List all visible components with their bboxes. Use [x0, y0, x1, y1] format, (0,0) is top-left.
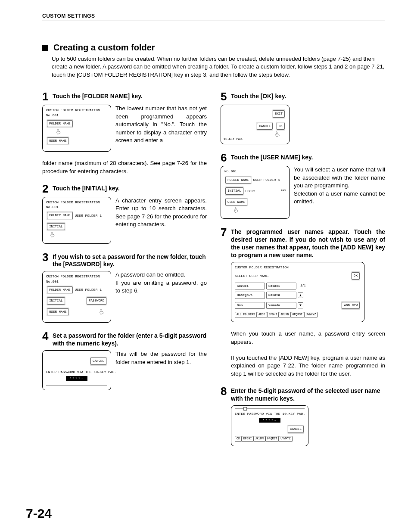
- tab[interactable]: ALL FOLDERS: [235, 312, 257, 317]
- ok-button[interactable]: OK: [277, 123, 285, 130]
- cancel-button[interactable]: CANCEL: [90, 358, 106, 365]
- step-heading: Touch the [USER NAME] key.: [231, 152, 313, 162]
- fig-title: CUSTOM FOLDER REGISTRATION: [46, 108, 107, 112]
- figure-step-1: CUSTOM FOLDER REGISTRATION No.001 FOLDER…: [42, 105, 111, 152]
- folder-name-button[interactable]: FOLDER NAME: [47, 212, 73, 219]
- password-truncated: PAS: [281, 189, 286, 193]
- step-2-text: A character entry screen appears. Enter …: [115, 197, 207, 244]
- alpha-tabs: ALL FOLDERS ABCD EFGHI JKLMN OPQRST UVWX…: [235, 312, 361, 317]
- tab[interactable]: JKLMN: [253, 436, 265, 442]
- user-item[interactable]: Sasaki: [266, 283, 296, 290]
- user-name-button[interactable]: USER NAME: [225, 199, 247, 206]
- step-6-text: You will select a user name that will be…: [294, 166, 385, 219]
- section-title: Creating a custom folder: [53, 43, 155, 53]
- section-title-row: Creating a custom folder: [42, 43, 385, 53]
- step-5-body: EXIT CANCEL OK ☝ 10-KEY PAD.: [221, 105, 385, 144]
- page-number: 7-24: [26, 506, 52, 521]
- user-name-button[interactable]: USER NAME: [47, 137, 69, 145]
- step-number: 5: [221, 91, 228, 102]
- square-bullet-icon: [42, 45, 48, 51]
- step-heading: Touch the [OK] key.: [231, 91, 286, 100]
- hand-pointer-icon: ☝: [275, 133, 280, 138]
- user-item[interactable]: Ono: [235, 302, 265, 309]
- tab[interactable]: ABCD: [257, 312, 267, 317]
- step-heading: The programmed user names appear. Touch …: [231, 227, 385, 259]
- tab[interactable]: CD: [235, 436, 242, 442]
- step-8-body: ENTER PASSWORD VIA THE 10-KEY PAD. ****-…: [221, 405, 385, 446]
- step-5-header: 5 Touch the [OK] key.: [221, 91, 385, 102]
- fig-title: CUSTOM FOLDER REGISTRATION: [46, 200, 107, 205]
- step-2-header: 2 Touch the [INITIAL] key.: [42, 183, 207, 194]
- alpha-tabs: CD EFGHI JKLMN OPQRST UVWXYZ: [235, 436, 305, 442]
- user-item[interactable]: Hasegawa: [235, 292, 265, 299]
- password-button[interactable]: PASSWORD: [87, 297, 106, 305]
- figure-step-7: CUSTOM FOLDER REGISTRATION SELECT USER N…: [231, 262, 364, 322]
- left-column: 1 Touch the [FOLDER NAME] key. CUSTOM FO…: [42, 91, 207, 454]
- hand-pointer-icon: ☝: [99, 310, 105, 315]
- cancel-button[interactable]: CANCEL: [257, 123, 273, 130]
- figure-step-2: CUSTOM FOLDER REGISTRATION No.001 FOLDER…: [42, 197, 111, 244]
- fig-subtitle: SELECT USER NAME.: [235, 274, 270, 278]
- exit-button[interactable]: EXIT: [273, 110, 285, 118]
- scroll-up-icon[interactable]: ▲: [298, 292, 303, 298]
- figure-step-6: No.001 FOLDER NAMEUSER FOLDER 1 INITIALU…: [221, 166, 290, 219]
- fig-no: No.001: [224, 169, 286, 174]
- section-intro: Up to 500 custom folders can be created.…: [52, 55, 385, 79]
- user-item[interactable]: Yamada: [266, 302, 296, 309]
- keypad-label: 10-KEY PAD.: [224, 137, 243, 142]
- figure-step-4: CANCEL ENTER PASSWORD VIA THE 10-KEY PAD…: [42, 350, 111, 390]
- page-header: CUSTOM SETTINGS: [42, 13, 385, 21]
- initial-button[interactable]: INITIAL: [47, 297, 65, 305]
- initial-button[interactable]: INITIAL: [225, 187, 243, 195]
- folder-name-button[interactable]: FOLDER NAME: [47, 120, 73, 128]
- folder-name-button[interactable]: FOLDER NAME: [47, 286, 73, 294]
- step-4-body: CANCEL ENTER PASSWORD VIA THE 10-KEY PAD…: [42, 350, 207, 390]
- tab[interactable]: UVWXYZ: [304, 312, 318, 317]
- tab[interactable]: JKLMN: [279, 312, 291, 317]
- step-1-cont: folder name (maximum of 28 characters). …: [42, 159, 207, 175]
- step-number: 6: [221, 152, 228, 163]
- tab[interactable]: UVWXYZ: [279, 436, 292, 442]
- tab[interactable]: OPQRST: [291, 312, 304, 317]
- fig-title: CUSTOM FOLDER REGISTRATION: [46, 274, 107, 279]
- step-6-body: No.001 FOLDER NAMEUSER FOLDER 1 INITIALU…: [221, 166, 385, 219]
- step-number: 4: [42, 330, 50, 342]
- scroll-down-icon[interactable]: ▼: [298, 302, 303, 308]
- step-heading: If you wish to set a password for the ne…: [53, 252, 207, 269]
- step-heading: Touch the [FOLDER NAME] key.: [53, 91, 143, 100]
- password-hint: ENTER PASSWORD VIA THE 10-KEY PAD.: [235, 411, 305, 416]
- fig-title: CUSTOM FOLDER REGISTRATION: [235, 265, 361, 270]
- initial-button[interactable]: INITIAL: [47, 223, 65, 230]
- step-number: 1: [42, 91, 50, 102]
- step-3-body: CUSTOM FOLDER REGISTRATION No.001 FOLDER…: [42, 271, 207, 323]
- user-name-button[interactable]: USER NAME: [47, 308, 69, 316]
- initial-value: USER1: [246, 189, 256, 193]
- step-8-header: 8 Enter the 5-digit password of the sele…: [221, 386, 385, 403]
- step-4-text: This will be the password for the folder…: [115, 350, 207, 390]
- step-heading: Set a password for the folder (enter a 5…: [53, 330, 207, 348]
- password-hint: ENTER PASSWORD VIA THE 10-KEY PAD.: [46, 370, 107, 374]
- hand-pointer-icon: ☝: [50, 233, 55, 239]
- step-3-text: A password can be omitted. If you are om…: [115, 271, 207, 323]
- ok-button[interactable]: OK: [352, 272, 360, 280]
- tab[interactable]: EFGHI: [242, 436, 254, 442]
- step-3-header: 3 If you wish to set a password for the …: [42, 252, 207, 269]
- add-new-button[interactable]: ADD NEW: [342, 302, 360, 309]
- folder-name-value: USER FOLDER 1: [75, 287, 102, 292]
- user-item[interactable]: Suzuki: [235, 283, 265, 290]
- step-7-header: 7 The programmed user names appear. Touc…: [221, 227, 385, 259]
- step-1-text: The lowest number that has not yet been …: [115, 105, 207, 152]
- cancel-button[interactable]: CANCEL: [288, 426, 304, 433]
- step-6-header: 6 Touch the [USER NAME] key.: [221, 152, 385, 163]
- step-7-text: When you touch a user name, a password e…: [231, 330, 385, 378]
- password-mask: ****-: [66, 376, 87, 381]
- folder-name-button[interactable]: FOLDER NAME: [225, 177, 251, 184]
- step-2-body: CUSTOM FOLDER REGISTRATION No.001 FOLDER…: [42, 197, 207, 244]
- step-7-body: CUSTOM FOLDER REGISTRATION SELECT USER N…: [221, 262, 385, 378]
- figure-step-3: CUSTOM FOLDER REGISTRATION No.001 FOLDER…: [42, 271, 111, 323]
- tab[interactable]: OPQRST: [265, 436, 279, 442]
- figure-step-5: EXIT CANCEL OK ☝ 10-KEY PAD.: [221, 105, 290, 144]
- tab[interactable]: EFGHI: [267, 312, 279, 317]
- user-item[interactable]: Nakata: [266, 292, 296, 299]
- fig-no: No.001: [46, 279, 107, 284]
